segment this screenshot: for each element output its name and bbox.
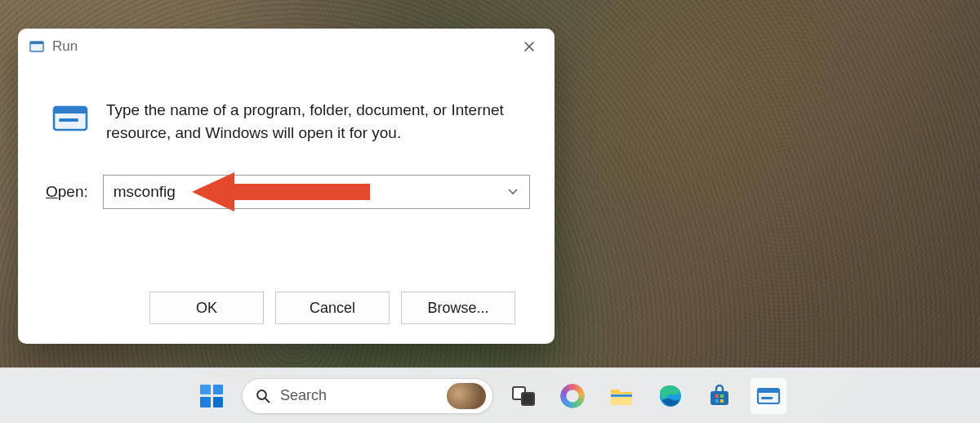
chevron-down-icon[interactable] bbox=[506, 189, 519, 195]
svg-rect-3 bbox=[54, 107, 87, 114]
open-input[interactable] bbox=[114, 183, 506, 201]
svg-rect-4 bbox=[59, 118, 78, 122]
windows-logo-icon bbox=[200, 385, 223, 407]
run-dialog: Run Type the name of a program, folder, … bbox=[18, 29, 555, 344]
file-explorer-icon bbox=[609, 386, 634, 406]
open-combobox[interactable] bbox=[103, 175, 530, 209]
dialog-body: Type the name of a program, folder, docu… bbox=[18, 65, 555, 344]
svg-rect-17 bbox=[761, 397, 773, 399]
start-button[interactable] bbox=[193, 377, 230, 415]
taskbar: Search bbox=[0, 367, 980, 423]
edge-icon bbox=[658, 384, 683, 408]
edge-button[interactable] bbox=[652, 377, 689, 415]
open-label: Open: bbox=[46, 183, 88, 201]
copilot-icon bbox=[560, 384, 585, 408]
taskbar-search[interactable]: Search bbox=[242, 378, 493, 414]
svg-rect-11 bbox=[715, 394, 719, 398]
svg-rect-10 bbox=[710, 391, 728, 405]
cancel-button[interactable]: Cancel bbox=[275, 292, 390, 324]
store-icon bbox=[708, 385, 731, 407]
microsoft-store-button[interactable] bbox=[701, 377, 738, 415]
close-button[interactable] bbox=[512, 33, 546, 60]
file-explorer-button[interactable] bbox=[603, 377, 640, 415]
svg-rect-1 bbox=[30, 42, 43, 44]
svg-rect-8 bbox=[611, 394, 632, 397]
dialog-description: Type the name of a program, folder, docu… bbox=[106, 99, 530, 144]
svg-line-7 bbox=[265, 399, 270, 403]
close-icon bbox=[523, 41, 535, 52]
svg-rect-12 bbox=[720, 394, 724, 398]
task-view-button[interactable] bbox=[505, 377, 542, 415]
run-app-icon bbox=[756, 386, 781, 406]
run-icon bbox=[51, 99, 90, 138]
window-title: Run bbox=[52, 38, 78, 55]
svg-rect-14 bbox=[720, 399, 724, 403]
search-highlight-icon bbox=[447, 383, 486, 409]
ok-button[interactable]: OK bbox=[149, 292, 264, 324]
run-taskbar-button[interactable] bbox=[750, 377, 787, 415]
svg-rect-13 bbox=[715, 399, 719, 403]
titlebar[interactable]: Run bbox=[18, 29, 555, 65]
browse-button[interactable]: Browse... bbox=[401, 292, 515, 324]
svg-point-6 bbox=[257, 390, 266, 399]
run-window-icon bbox=[29, 39, 44, 54]
copilot-button[interactable] bbox=[554, 377, 591, 415]
search-placeholder: Search bbox=[280, 387, 437, 404]
svg-rect-16 bbox=[758, 389, 779, 393]
dialog-buttons: OK Cancel Browse... bbox=[42, 292, 530, 344]
task-view-icon bbox=[512, 386, 535, 406]
search-icon bbox=[256, 389, 270, 403]
